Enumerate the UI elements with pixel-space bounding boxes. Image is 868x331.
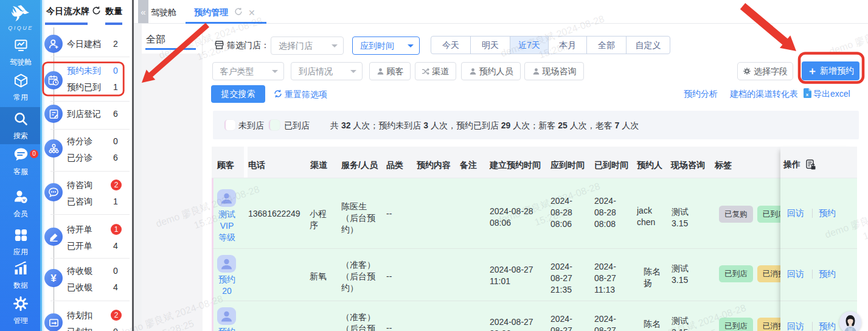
svg-text:v: v bbox=[23, 197, 26, 203]
svg-text:x: x bbox=[806, 92, 809, 97]
